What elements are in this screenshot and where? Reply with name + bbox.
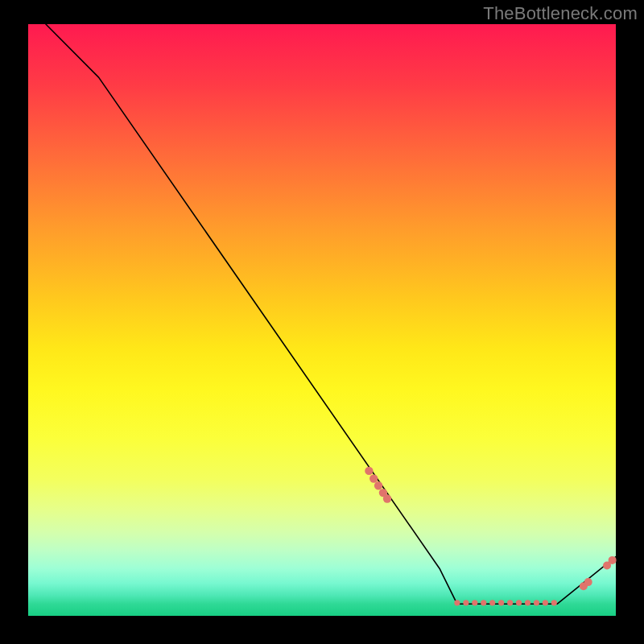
data-marker	[463, 600, 469, 605]
data-marker	[516, 600, 522, 605]
chart-svg	[28, 24, 616, 616]
data-marker	[374, 481, 382, 489]
series-line	[46, 24, 616, 604]
data-marker	[472, 600, 477, 605]
data-marker	[543, 600, 548, 605]
chart-container: TheBottleneck.com	[0, 0, 644, 644]
data-marker	[481, 600, 486, 605]
data-marker	[507, 600, 513, 605]
plot-area	[28, 24, 616, 616]
data-marker	[365, 467, 373, 475]
data-marker	[498, 600, 504, 605]
data-marker	[534, 600, 539, 605]
data-marker	[383, 494, 391, 502]
data-marker	[369, 474, 378, 482]
data-marker	[489, 600, 495, 605]
marker-layer	[365, 467, 616, 606]
data-marker	[551, 600, 557, 605]
watermark-text: TheBottleneck.com	[483, 3, 638, 24]
data-marker	[584, 578, 592, 586]
data-marker	[609, 556, 617, 564]
line-layer	[46, 24, 616, 604]
data-marker	[525, 600, 530, 605]
data-marker	[454, 600, 460, 605]
